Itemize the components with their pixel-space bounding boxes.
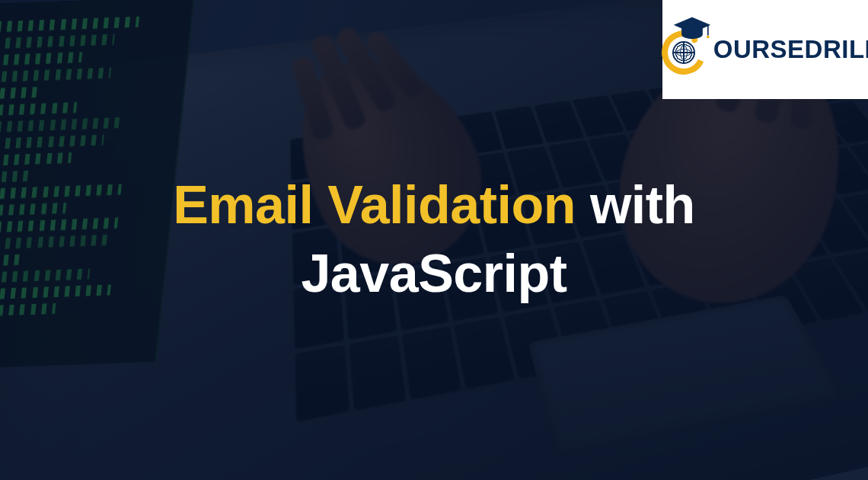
- svg-point-2: [707, 35, 710, 38]
- brand-logo: OURSEDRILI: [659, 23, 868, 76]
- title-subject-text: JavaScript: [301, 244, 566, 303]
- graduation-cap-icon: [672, 14, 712, 44]
- brand-badge: OURSEDRILI: [662, 0, 868, 99]
- brand-wordmark: OURSEDRILI: [713, 35, 868, 64]
- page-title: Email Validation with JavaScript: [43, 171, 825, 308]
- title-container: Email Validation with JavaScript: [43, 171, 825, 308]
- banner-hero: Email Validation with JavaScript OURSEDR…: [0, 0, 868, 480]
- title-with-text: with: [590, 175, 695, 235]
- brand-logo-mark: [659, 23, 712, 76]
- logo-globe-icon: [672, 41, 695, 64]
- title-accent-text: Email Validation: [173, 175, 576, 235]
